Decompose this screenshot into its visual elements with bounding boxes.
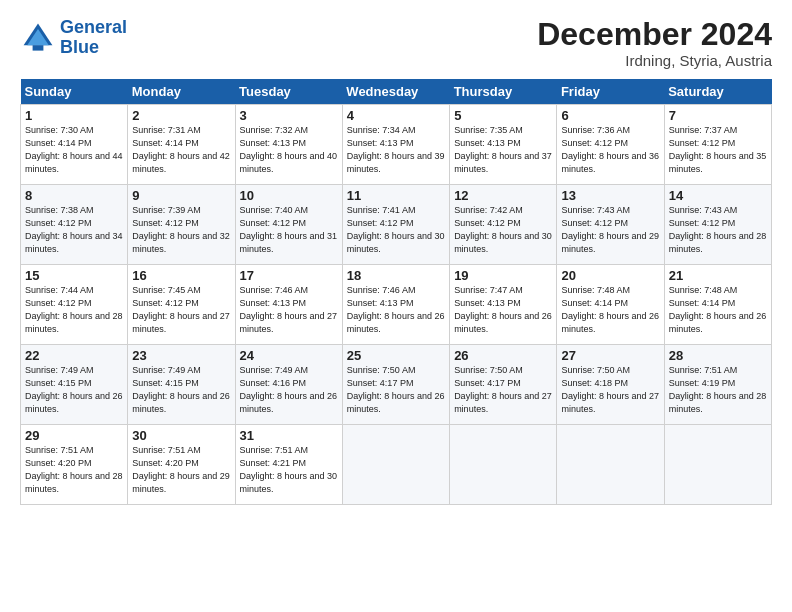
week-2: 8 Sunrise: 7:38 AM Sunset: 4:12 PM Dayli…	[21, 185, 772, 265]
col-sunday: Sunday	[21, 79, 128, 105]
day-num-7: 7	[669, 108, 767, 123]
day-3: 3 Sunrise: 7:32 AM Sunset: 4:13 PM Dayli…	[235, 105, 342, 185]
day-19: 19 Sunrise: 7:47 AM Sunset: 4:13 PM Dayl…	[450, 265, 557, 345]
day-num-20: 20	[561, 268, 659, 283]
col-saturday: Saturday	[664, 79, 771, 105]
day-num-28: 28	[669, 348, 767, 363]
sunset-7: Sunset: 4:12 PM	[669, 138, 736, 148]
day-num-12: 12	[454, 188, 552, 203]
title-block: December 2024 Irdning, Styria, Austria	[537, 18, 772, 69]
month-title: December 2024	[537, 18, 772, 50]
day-28: 28 Sunrise: 7:51 AM Sunset: 4:19 PM Dayl…	[664, 345, 771, 425]
day-num-29: 29	[25, 428, 123, 443]
sunset-6: Sunset: 4:12 PM	[561, 138, 628, 148]
day-21: 21 Sunrise: 7:48 AM Sunset: 4:14 PM Dayl…	[664, 265, 771, 345]
day-9: 9 Sunrise: 7:39 AM Sunset: 4:12 PM Dayli…	[128, 185, 235, 265]
daylight-4: Daylight: 8 hours and 39 minutes.	[347, 151, 445, 174]
day-num-15: 15	[25, 268, 123, 283]
day-17: 17 Sunrise: 7:46 AM Sunset: 4:13 PM Dayl…	[235, 265, 342, 345]
day-22: 22 Sunrise: 7:49 AM Sunset: 4:15 PM Dayl…	[21, 345, 128, 425]
sunrise-4: Sunrise: 7:34 AM	[347, 125, 416, 135]
daylight-7: Daylight: 8 hours and 35 minutes.	[669, 151, 767, 174]
day-10: 10 Sunrise: 7:40 AM Sunset: 4:12 PM Dayl…	[235, 185, 342, 265]
sunrise-5: Sunrise: 7:35 AM	[454, 125, 523, 135]
day-num-25: 25	[347, 348, 445, 363]
cell-text-2: Sunrise: 7:31 AM Sunset: 4:14 PM Dayligh…	[132, 124, 230, 176]
day-14: 14 Sunrise: 7:43 AM Sunset: 4:12 PM Dayl…	[664, 185, 771, 265]
day-12: 12 Sunrise: 7:42 AM Sunset: 4:12 PM Dayl…	[450, 185, 557, 265]
sunset-1: Sunset: 4:14 PM	[25, 138, 92, 148]
day-26: 26 Sunrise: 7:50 AM Sunset: 4:17 PM Dayl…	[450, 345, 557, 425]
day-num-5: 5	[454, 108, 552, 123]
calendar-table: Sunday Monday Tuesday Wednesday Thursday…	[20, 79, 772, 505]
cell-text-4: Sunrise: 7:34 AM Sunset: 4:13 PM Dayligh…	[347, 124, 445, 176]
sunset-2: Sunset: 4:14 PM	[132, 138, 199, 148]
day-num-31: 31	[240, 428, 338, 443]
day-num-26: 26	[454, 348, 552, 363]
day-num-18: 18	[347, 268, 445, 283]
logo: General Blue	[20, 18, 127, 58]
page-container: General Blue December 2024 Irdning, Styr…	[0, 0, 792, 515]
logo-icon	[20, 20, 56, 56]
week-3: 15 Sunrise: 7:44 AM Sunset: 4:12 PM Dayl…	[21, 265, 772, 345]
day-num-17: 17	[240, 268, 338, 283]
day-13: 13 Sunrise: 7:43 AM Sunset: 4:12 PM Dayl…	[557, 185, 664, 265]
sunrise-1: Sunrise: 7:30 AM	[25, 125, 94, 135]
empty-cell-3	[557, 425, 664, 505]
day-4: 4 Sunrise: 7:34 AM Sunset: 4:13 PM Dayli…	[342, 105, 449, 185]
day-8: 8 Sunrise: 7:38 AM Sunset: 4:12 PM Dayli…	[21, 185, 128, 265]
daylight-3: Daylight: 8 hours and 40 minutes.	[240, 151, 338, 174]
daylight-6: Daylight: 8 hours and 36 minutes.	[561, 151, 659, 174]
daylight-5: Daylight: 8 hours and 37 minutes.	[454, 151, 552, 174]
cell-text-8: Sunrise: 7:38 AM Sunset: 4:12 PM Dayligh…	[25, 204, 123, 256]
day-2: 2 Sunrise: 7:31 AM Sunset: 4:14 PM Dayli…	[128, 105, 235, 185]
day-num-24: 24	[240, 348, 338, 363]
header: General Blue December 2024 Irdning, Styr…	[20, 18, 772, 69]
daylight-2: Daylight: 8 hours and 42 minutes.	[132, 151, 230, 174]
day-num-21: 21	[669, 268, 767, 283]
day-num-10: 10	[240, 188, 338, 203]
sunrise-7: Sunrise: 7:37 AM	[669, 125, 738, 135]
day-num-23: 23	[132, 348, 230, 363]
day-20: 20 Sunrise: 7:48 AM Sunset: 4:14 PM Dayl…	[557, 265, 664, 345]
week-1: 1 Sunrise: 7:30 AM Sunset: 4:14 PM Dayli…	[21, 105, 772, 185]
day-num-14: 14	[669, 188, 767, 203]
cell-text-6: Sunrise: 7:36 AM Sunset: 4:12 PM Dayligh…	[561, 124, 659, 176]
day-27: 27 Sunrise: 7:50 AM Sunset: 4:18 PM Dayl…	[557, 345, 664, 425]
week-5: 29 Sunrise: 7:51 AM Sunset: 4:20 PM Dayl…	[21, 425, 772, 505]
day-16: 16 Sunrise: 7:45 AM Sunset: 4:12 PM Dayl…	[128, 265, 235, 345]
header-row: Sunday Monday Tuesday Wednesday Thursday…	[21, 79, 772, 105]
day-num-1: 1	[25, 108, 123, 123]
col-friday: Friday	[557, 79, 664, 105]
day-num-27: 27	[561, 348, 659, 363]
sunrise-2: Sunrise: 7:31 AM	[132, 125, 201, 135]
day-30: 30 Sunrise: 7:51 AM Sunset: 4:20 PM Dayl…	[128, 425, 235, 505]
day-5: 5 Sunrise: 7:35 AM Sunset: 4:13 PM Dayli…	[450, 105, 557, 185]
week-4: 22 Sunrise: 7:49 AM Sunset: 4:15 PM Dayl…	[21, 345, 772, 425]
day-num-11: 11	[347, 188, 445, 203]
day-num-13: 13	[561, 188, 659, 203]
day-num-8: 8	[25, 188, 123, 203]
day-num-2: 2	[132, 108, 230, 123]
sunset-4: Sunset: 4:13 PM	[347, 138, 414, 148]
day-11: 11 Sunrise: 7:41 AM Sunset: 4:12 PM Dayl…	[342, 185, 449, 265]
cell-text-7: Sunrise: 7:37 AM Sunset: 4:12 PM Dayligh…	[669, 124, 767, 176]
sunrise-3: Sunrise: 7:32 AM	[240, 125, 309, 135]
day-num-3: 3	[240, 108, 338, 123]
day-15: 15 Sunrise: 7:44 AM Sunset: 4:12 PM Dayl…	[21, 265, 128, 345]
cell-text-1: Sunrise: 7:30 AM Sunset: 4:14 PM Dayligh…	[25, 124, 123, 176]
day-24: 24 Sunrise: 7:49 AM Sunset: 4:16 PM Dayl…	[235, 345, 342, 425]
cell-text-5: Sunrise: 7:35 AM Sunset: 4:13 PM Dayligh…	[454, 124, 552, 176]
empty-cell-1	[342, 425, 449, 505]
col-wednesday: Wednesday	[342, 79, 449, 105]
logo-line2: Blue	[60, 37, 99, 57]
day-num-19: 19	[454, 268, 552, 283]
empty-cell-4	[664, 425, 771, 505]
day-18: 18 Sunrise: 7:46 AM Sunset: 4:13 PM Dayl…	[342, 265, 449, 345]
day-num-30: 30	[132, 428, 230, 443]
day-29: 29 Sunrise: 7:51 AM Sunset: 4:20 PM Dayl…	[21, 425, 128, 505]
svg-rect-2	[33, 45, 44, 50]
day-25: 25 Sunrise: 7:50 AM Sunset: 4:17 PM Dayl…	[342, 345, 449, 425]
location: Irdning, Styria, Austria	[537, 52, 772, 69]
day-num-16: 16	[132, 268, 230, 283]
